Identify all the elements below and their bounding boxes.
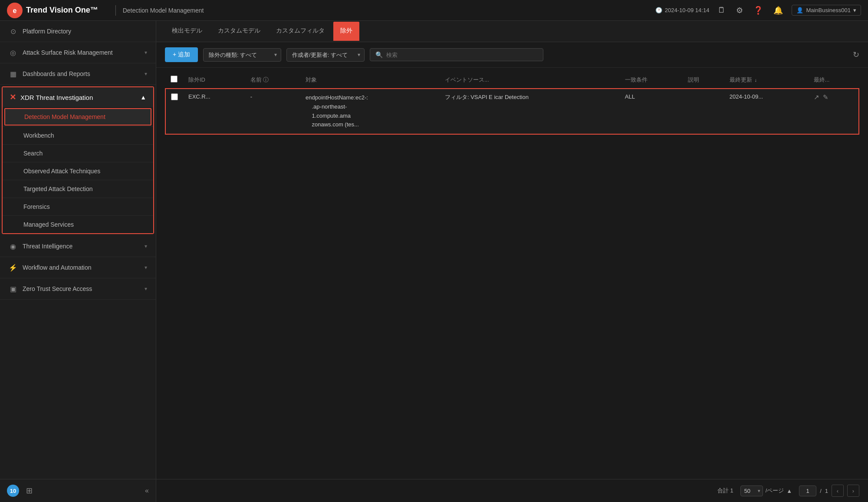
- row-description: [683, 89, 724, 134]
- page-subtitle: Detection Model Management: [123, 7, 204, 14]
- col-header-target: 対象: [300, 71, 440, 89]
- prev-page-button[interactable]: ‹: [832, 485, 844, 497]
- svg-text:e: e: [13, 7, 17, 14]
- row-target: endpointHostName:ec2-: .ap-northeast- 1.…: [300, 89, 440, 134]
- tab-custom-model[interactable]: カスタムモデル: [211, 21, 267, 42]
- app-title: Trend Vision One™: [26, 6, 98, 15]
- tab-bar: 検出モデル カスタムモデル カスタムフィルタ 除外: [156, 21, 868, 42]
- user-menu-chevron: ▾: [853, 7, 856, 13]
- threat-intelligence-icon: ◉: [9, 242, 17, 251]
- sidebar-item-dashboards[interactable]: ▦ Dashboards and Reports ▾: [0, 63, 156, 85]
- row-checkbox-cell: [165, 89, 183, 134]
- page-separator: /: [820, 488, 822, 494]
- notes-button[interactable]: 🗒: [716, 4, 727, 17]
- tab-detection-model[interactable]: 検出モデル: [165, 21, 209, 42]
- external-link-button[interactable]: ↗: [814, 93, 819, 101]
- edit-button[interactable]: ✎: [823, 93, 829, 101]
- workflow-chevron: ▾: [145, 264, 147, 271]
- clock-icon: 🕐: [655, 7, 662, 13]
- tab-exclusion[interactable]: 除外: [333, 22, 359, 41]
- col-header-name: 名前 ⓘ: [245, 71, 300, 89]
- logo-area: e Trend Vision One™: [7, 3, 98, 18]
- table-container: 除外ID 名前 ⓘ 対象 イベントソース... 一致条件 説明 最終更新 ↓ 最…: [156, 68, 868, 479]
- workflow-icon: ⚡: [9, 263, 17, 272]
- sidebar: ⊙ Platform Directory ◎ Attack Surface Ri…: [0, 21, 156, 502]
- footer-perpage: 50 25 100 /ページ ▲: [740, 485, 792, 496]
- collapse-sidebar-button[interactable]: «: [145, 487, 149, 495]
- sidebar-item-forensics[interactable]: Forensics: [3, 198, 153, 215]
- add-button[interactable]: + 追加: [165, 47, 198, 62]
- zero-trust-chevron: ▾: [145, 286, 147, 292]
- row-actions: ↗ ✎: [809, 89, 859, 134]
- col-header-last: 最終...: [809, 71, 859, 89]
- filter2-wrapper: 作成者/更新者: すべて: [286, 48, 365, 62]
- per-page-chevron: ▲: [786, 488, 792, 494]
- toolbar: + 追加 除外の種類: すべて 作成者/更新者: すべて 🔍 ↻: [156, 42, 868, 68]
- sidebar-item-attack-surface[interactable]: ◎ Attack Surface Risk Management ▾: [0, 42, 156, 63]
- sidebar-footer-icon[interactable]: ⊞: [26, 486, 33, 495]
- search-icon: 🔍: [375, 51, 383, 58]
- col-header-event-source: イベントソース...: [440, 71, 620, 89]
- row-name: -: [245, 89, 300, 134]
- next-page-button[interactable]: ›: [847, 485, 859, 497]
- per-page-label: /ページ: [766, 487, 784, 495]
- dashboards-icon: ▦: [9, 69, 17, 78]
- table-footer: 合計 1 50 25 100 /ページ ▲ 1 / 1 ‹ ›: [156, 479, 868, 502]
- sidebar-item-detection-model-mgmt[interactable]: Detection Model Management: [4, 108, 151, 126]
- user-menu[interactable]: 👤 MainBusiness001 ▾: [792, 5, 861, 16]
- row-match-condition: ALL: [620, 89, 683, 134]
- col-header-checkbox: [165, 71, 183, 89]
- search-input[interactable]: [386, 52, 538, 58]
- row-exc-id: EXC.R...: [183, 89, 245, 134]
- sidebar-item-platform-directory[interactable]: ⊙ Platform Directory: [0, 21, 156, 42]
- sidebar-item-targeted-attack[interactable]: Targeted Attack Detection: [3, 180, 153, 198]
- header-right: 🕐 2024-10-09 14:14 🗒 ⚙ ❓ 🔔 👤 MainBusines…: [655, 4, 861, 17]
- content-area: 検出モデル カスタムモデル カスタムフィルタ 除外 + 追加 除外の種類: すべ…: [156, 21, 868, 502]
- current-page-input[interactable]: 1: [799, 485, 816, 496]
- total-pages: 1: [825, 488, 828, 494]
- sidebar-item-workflow[interactable]: ⚡ Workflow and Automation ▾: [0, 257, 156, 278]
- search-box: 🔍: [370, 48, 543, 61]
- select-all-checkbox[interactable]: [171, 76, 178, 83]
- per-page-select[interactable]: 50 25 100: [740, 485, 763, 496]
- marketplace-button[interactable]: ⚙: [734, 4, 745, 17]
- main-layout: ⊙ Platform Directory ◎ Attack Surface Ri…: [0, 21, 868, 502]
- trend-logo-icon: e: [7, 3, 23, 18]
- attack-surface-chevron: ▾: [145, 50, 147, 56]
- user-icon: 👤: [796, 7, 803, 13]
- col-header-last-updated: 最終更新 ↓: [724, 71, 809, 89]
- xdr-header[interactable]: ✕ XDR Threat Investigation ▲: [3, 87, 153, 107]
- table-row: EXC.R... - endpointHostName:ec2-: .ap-no…: [165, 89, 859, 134]
- top-header: e Trend Vision One™ Detection Model Mana…: [0, 0, 868, 21]
- sidebar-item-search[interactable]: Search: [3, 144, 153, 162]
- sidebar-item-managed-services[interactable]: Managed Services: [3, 215, 153, 233]
- filter1-type[interactable]: 除外の種類: すべて: [203, 48, 281, 62]
- badge-count: 10: [7, 485, 19, 497]
- data-table: 除外ID 名前 ⓘ 対象 イベントソース... 一致条件 説明 最終更新 ↓ 最…: [165, 71, 859, 135]
- threat-intelligence-chevron: ▾: [145, 243, 147, 249]
- sidebar-item-observed-attack[interactable]: Observed Attack Techniques: [3, 162, 153, 180]
- zero-trust-icon: ▣: [9, 284, 17, 293]
- footer-total: 合計 1: [717, 487, 733, 495]
- col-header-match-condition: 一致条件: [620, 71, 683, 89]
- filter1-wrapper: 除外の種類: すべて: [203, 48, 281, 62]
- dashboards-chevron: ▾: [145, 71, 147, 77]
- pagination: 1 / 1 ‹ ›: [799, 485, 859, 497]
- row-checkbox[interactable]: [171, 93, 178, 100]
- action-icons: ↗ ✎: [814, 93, 853, 101]
- sidebar-item-workbench[interactable]: Workbench: [3, 126, 153, 144]
- title-divider: [115, 5, 116, 16]
- xdr-icon: ✕: [10, 92, 16, 102]
- xdr-chevron: ▲: [140, 94, 146, 101]
- sidebar-item-threat-intelligence[interactable]: ◉ Threat Intelligence ▾: [0, 236, 156, 257]
- tab-custom-filter[interactable]: カスタムフィルタ: [269, 21, 332, 42]
- platform-directory-icon: ⊙: [9, 27, 17, 36]
- col-header-description: 説明: [683, 71, 724, 89]
- notifications-button[interactable]: 🔔: [772, 4, 785, 17]
- filter2-author[interactable]: 作成者/更新者: すべて: [286, 48, 365, 62]
- row-last-updated: 2024-10-09...: [724, 89, 809, 134]
- help-button[interactable]: ❓: [752, 4, 765, 17]
- refresh-button[interactable]: ↻: [853, 50, 859, 59]
- sidebar-item-zero-trust[interactable]: ▣ Zero Trust Secure Access ▾: [0, 278, 156, 300]
- datetime: 🕐 2024-10-09 14:14: [655, 7, 710, 13]
